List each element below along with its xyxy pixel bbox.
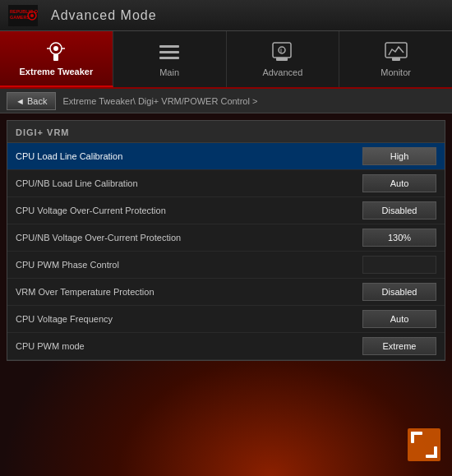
setting-value[interactable]: Auto [362, 310, 436, 328]
svg-rect-13 [273, 43, 291, 58]
setting-value[interactable]: Extreme [362, 337, 436, 355]
svg-rect-14 [276, 58, 288, 61]
setting-label: CPU/NB Voltage Over-Current Protection [16, 233, 181, 243]
main-icon [156, 41, 182, 64]
setting-value[interactable]: Auto [362, 174, 436, 192]
header-title: Advanced Mode [51, 8, 157, 23]
setting-row[interactable]: VRM Over Temperature ProtectionDisabled [7, 279, 445, 306]
setting-label: CPU Voltage Over-Current Protection [16, 206, 166, 215]
svg-text:GAMERS: GAMERS [10, 15, 30, 20]
extreme-tweaker-icon [43, 40, 69, 63]
svg-rect-10 [159, 45, 179, 48]
setting-value[interactable]: Disabled [362, 201, 436, 220]
svg-rect-23 [434, 446, 437, 458]
svg-rect-7 [53, 54, 58, 61]
rog-logo-icon: REPUBLIC OF GAMERS [8, 5, 38, 26]
setting-row[interactable]: CPU Voltage FrequencyAuto [7, 306, 445, 333]
svg-rect-21 [411, 432, 414, 443]
setting-row[interactable]: CPU/NB Load Line CalibrationAuto [7, 170, 445, 197]
setting-label: CPU PWM Phase Control [16, 260, 119, 270]
setting-row[interactable]: CPU/NB Voltage Over-Current Protection13… [7, 224, 445, 252]
svg-point-6 [53, 46, 58, 51]
setting-row[interactable]: CPU Voltage Over-Current ProtectionDisab… [7, 197, 445, 224]
setting-label: CPU/NB Load Line Calibration [16, 178, 138, 188]
monitor-icon [383, 41, 409, 64]
header: REPUBLIC OF GAMERS Advanced Mode [0, 0, 452, 31]
main-label: Main [159, 67, 179, 77]
monitor-label: Monitor [381, 67, 411, 77]
advanced-label: Advanced [262, 67, 302, 77]
tab-main[interactable]: Main [113, 31, 227, 87]
svg-rect-18 [392, 58, 400, 61]
rog-logo-area: REPUBLIC OF GAMERS [8, 5, 38, 26]
setting-label: CPU PWM mode [16, 341, 85, 351]
back-button[interactable]: ◄ Back [7, 92, 56, 110]
nav-tabs: Extreme Tweaker Main i Advanced [0, 31, 452, 89]
tab-extreme-tweaker[interactable]: Extreme Tweaker [0, 31, 113, 87]
setting-value[interactable] [362, 256, 436, 274]
svg-rect-11 [159, 51, 179, 53]
section-header: DIGI+ VRM [7, 121, 445, 143]
setting-label: CPU Load Line Calibration [16, 151, 122, 161]
breadcrumb: Extreme Tweaker\ Digi+ VRM/POWER Control… [62, 96, 257, 106]
setting-label: VRM Over Temperature Protection [16, 287, 155, 297]
setting-label: CPU Voltage Frequency [16, 314, 113, 324]
svg-text:i: i [280, 48, 282, 53]
setting-row[interactable]: CPU PWM modeExtreme [7, 333, 445, 360]
svg-rect-12 [159, 57, 179, 59]
breadcrumb-bar: ◄ Back Extreme Tweaker\ Digi+ VRM/POWER … [0, 89, 452, 113]
section-title: DIGI+ VRM [16, 127, 70, 137]
setting-value[interactable]: 130% [362, 229, 436, 247]
tab-advanced[interactable]: i Advanced [227, 31, 340, 87]
content-panel: DIGI+ VRM CPU Load Line CalibrationHighC… [7, 120, 445, 361]
setting-row[interactable]: CPU PWM Phase Control [7, 252, 445, 279]
setting-value[interactable]: Disabled [362, 283, 436, 301]
setting-row[interactable]: CPU Load Line CalibrationHigh [7, 143, 445, 170]
tab-monitor[interactable]: Monitor [339, 31, 452, 87]
svg-point-4 [30, 14, 34, 17]
advanced-icon: i [270, 41, 296, 64]
rog-corner-icon [406, 427, 442, 466]
extreme-tweaker-label: Extreme Tweaker [20, 67, 94, 76]
setting-value[interactable]: High [362, 147, 436, 165]
settings-table: CPU Load Line CalibrationHighCPU/NB Load… [7, 143, 445, 360]
